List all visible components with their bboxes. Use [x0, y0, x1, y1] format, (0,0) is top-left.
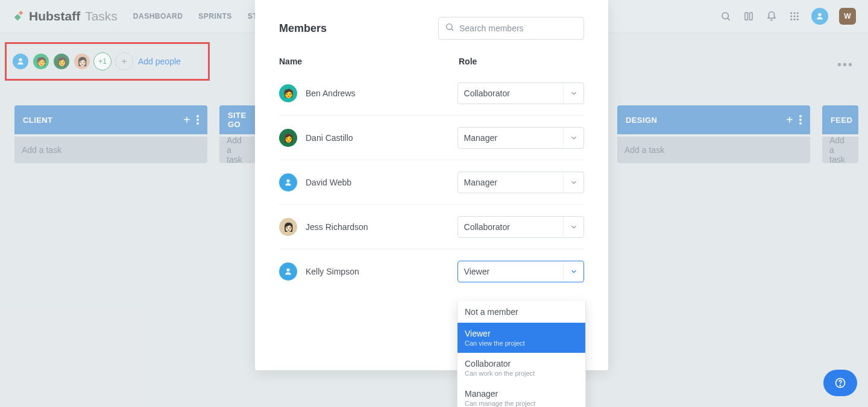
member-row: 🧑 Ben Andrews Collaborator [279, 71, 584, 116]
chevron-down-icon [563, 217, 583, 237]
svg-line-16 [451, 29, 453, 31]
role-select[interactable]: Collaborator [458, 216, 584, 238]
role-select[interactable]: Collaborator [458, 82, 584, 104]
column-name-header: Name [279, 57, 459, 66]
member-avatar: 👩🏻 [279, 218, 297, 236]
search-members-field[interactable] [459, 23, 577, 33]
members-table-header: Name Role [279, 57, 584, 66]
member-row: David Webb Manager [279, 160, 584, 205]
member-avatar [279, 263, 297, 281]
member-name: Kelly Simpson [306, 267, 359, 276]
role-dropdown: Not a member Viewer Can view the project… [457, 301, 586, 407]
search-icon [445, 22, 454, 34]
role-value: Collaborator [464, 89, 510, 98]
column-role-header: Role [459, 57, 584, 66]
member-row: Kelly Simpson Viewer [279, 249, 584, 294]
role-value: Manager [464, 133, 497, 143]
role-select[interactable]: Viewer [458, 261, 584, 282]
role-select[interactable]: Manager [458, 172, 584, 193]
svg-point-15 [447, 24, 452, 30]
svg-point-18 [840, 385, 840, 386]
role-select[interactable]: Manager [458, 127, 584, 149]
member-name: Jess Richardson [306, 222, 368, 232]
member-name: Dani Castillo [306, 133, 353, 143]
modal-title: Members [279, 22, 327, 35]
members-list: 🧑 Ben Andrews Collaborator 👩 Dani Castil… [279, 71, 584, 294]
member-avatar [279, 173, 297, 191]
member-row: 👩 Dani Castillo Manager [279, 116, 584, 160]
role-option-viewer[interactable]: Viewer Can view the project [458, 323, 585, 353]
role-value: Viewer [464, 267, 490, 276]
modal-header: Members [279, 17, 584, 40]
search-members-input[interactable] [438, 17, 584, 40]
chevron-down-icon [563, 261, 583, 282]
member-avatar: 🧑 [279, 84, 297, 102]
chevron-down-icon [563, 128, 583, 148]
chevron-down-icon [563, 172, 583, 193]
role-option-manager[interactable]: Manager Can manage the project [458, 383, 585, 407]
chevron-down-icon [563, 83, 583, 104]
member-row: 👩🏻 Jess Richardson Collaborator [279, 205, 584, 249]
role-value: Manager [464, 178, 497, 187]
member-name: Ben Andrews [306, 89, 356, 98]
role-option-notamember[interactable]: Not a member [458, 301, 585, 323]
role-option-collaborator[interactable]: Collaborator Can work on the project [458, 353, 585, 383]
help-button[interactable] [823, 370, 857, 396]
member-avatar: 👩 [279, 129, 297, 147]
role-value: Collaborator [464, 222, 510, 232]
member-name: David Webb [306, 178, 351, 187]
